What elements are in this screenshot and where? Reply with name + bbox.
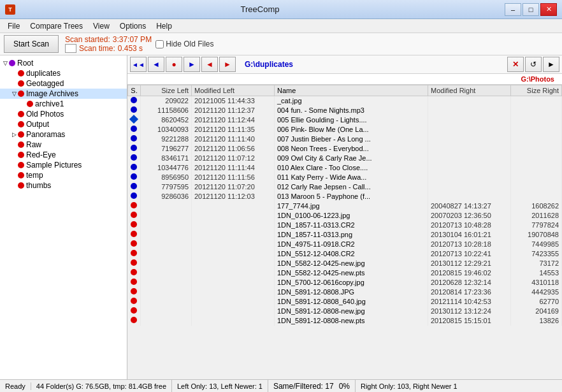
left-path-spacer <box>130 75 342 83</box>
menu-options[interactable]: Options <box>115 20 151 32</box>
tree-item-duplicates[interactable]: duplicates <box>0 68 127 78</box>
table-row[interactable]: 1DN_5582-12-0425-new.pts20120815 19:46:0… <box>128 268 562 278</box>
status-same: Same/Filtered: 17 0% <box>268 380 356 392</box>
tree-label-panoramas: Panoramas <box>26 130 65 139</box>
dot-blue-icon <box>131 192 137 199</box>
table-row[interactable]: 1DN_5891-12-0808.JPG20120814 17:23:36444… <box>128 287 562 297</box>
dot-root <box>9 60 15 66</box>
table-row[interactable]: 1DN_4975-11-0918.CR220120713 10:28:18744… <box>128 240 562 249</box>
tree-item-archive1[interactable]: archive1 <box>0 99 127 109</box>
nav-next-button[interactable]: ► <box>184 57 200 72</box>
tree-item-geotagged[interactable]: Geotagged <box>0 78 127 89</box>
cell-mod-right: 20120713 10:28:18 <box>428 240 511 249</box>
table-row[interactable]: 1034477620121120 11:11:44010 Alex Clare … <box>128 163 562 173</box>
table-row[interactable]: 895695020121120 11:11:56011 Katy Perry -… <box>128 173 562 182</box>
table-row[interactable]: 1DN_1857-11-0313.CR220120713 10:48:28779… <box>128 221 562 230</box>
table-row[interactable]: 1DN_5700-12-0616copy.jpg20120628 12:32:1… <box>128 278 562 287</box>
cell-size-right: 19070848 <box>511 230 562 240</box>
path-display: G:\duplicates <box>241 60 506 69</box>
action-play-button[interactable]: ► <box>543 57 559 72</box>
cell-s <box>128 278 141 287</box>
expand-icon-geotagged <box>10 80 18 87</box>
menu-compare-trees[interactable]: Compare Trees <box>25 20 88 32</box>
table-row[interactable]: 922128820121120 11:11:40007 Justin Biebe… <box>128 134 562 144</box>
table-row[interactable]: 862045220121120 11:12:44005 Ellie Gouldi… <box>128 115 562 125</box>
hide-old-files-row: Hide Old Files <box>155 35 213 53</box>
tree-item-image-archives[interactable]: ▽ Image Archives <box>0 89 127 99</box>
dot-red-icon <box>131 288 137 294</box>
action-refresh-button[interactable]: ↺ <box>525 57 542 72</box>
cell-s <box>128 316 141 326</box>
cell-name: 005 Ellie Goulding - Lights.... <box>275 115 428 125</box>
menu-view[interactable]: View <box>88 20 115 32</box>
table-row[interactable]: 1DN_0100-06-1223.jpg20070203 12:36:50201… <box>128 211 562 221</box>
table-row[interactable]: 928603620121120 11:12:03013 Maroon 5 - P… <box>128 192 562 201</box>
nav-last-button[interactable]: ◄ <box>201 57 218 72</box>
close-button[interactable]: ✕ <box>540 3 557 16</box>
right-toolbar: ◄◄ ◄ ● ► ◄ ► G:\duplicates ✕ ↺ ► <box>127 55 562 74</box>
cell-mod-right: 20120628 12:32:14 <box>428 278 511 287</box>
menu-file[interactable]: File <box>3 20 25 32</box>
tree-item-thumbs[interactable]: thumbs <box>0 180 127 191</box>
table-row[interactable]: 834617120121120 11:07:12009 Owl City & C… <box>128 154 562 163</box>
table-row[interactable]: 1DN_5891-12-0808-new.pts20120815 15:15:0… <box>128 316 562 326</box>
tree-item-sample-pictures[interactable]: Sample Pictures <box>0 160 127 170</box>
nav-end-button[interactable]: ► <box>219 57 236 72</box>
tree-item-raw[interactable]: Raw <box>0 140 127 150</box>
tree-item-old-photos[interactable]: Old Photos <box>0 109 127 119</box>
cell-size-right <box>511 182 562 192</box>
table-row[interactable]: 1034009320121120 11:11:35006 Pink- Blow … <box>128 125 562 134</box>
table-row[interactable]: 177_7744.jpg20040827 14:13:271608262 <box>128 201 562 211</box>
cell-size-left: 11158606 <box>141 106 192 115</box>
cell-mod-left: 20121120 11:11:44 <box>192 163 275 173</box>
start-scan-button[interactable]: Start Scan <box>4 35 59 53</box>
tree-item-temp[interactable]: temp <box>0 170 127 180</box>
cell-size-right <box>511 115 562 125</box>
table-row[interactable]: 20902220121005 11:44:33_cat.jpg <box>128 96 562 106</box>
nav-prev-button[interactable]: ◄ <box>148 57 164 72</box>
cell-size-right <box>511 134 562 144</box>
maximize-button[interactable]: □ <box>522 3 539 16</box>
hide-old-files-checkbox[interactable] <box>155 40 164 48</box>
cell-mod-right <box>428 163 511 173</box>
menu-help[interactable]: Help <box>151 20 177 32</box>
table-row[interactable]: 1DN_5582-12-0425-new.jpg20130112 12:29:2… <box>128 259 562 268</box>
table-row[interactable]: 1DN_5891-12-0808-new.jpg20130112 13:12:2… <box>128 307 562 316</box>
cell-name: 004 fun. - Some Nights.mp3 <box>275 106 428 115</box>
cell-s <box>128 297 141 307</box>
table-row[interactable]: 779759520121120 11:07:20012 Carly Rae Je… <box>128 182 562 192</box>
file-table: S. Size Left Modified Left Name Modified… <box>127 85 562 326</box>
expand-icon-root: ▽ <box>1 59 9 67</box>
cell-mod-right <box>428 125 511 134</box>
nav-dot-button[interactable]: ● <box>166 57 182 72</box>
table-row[interactable]: 1115860620121120 11:12:37004 fun. - Some… <box>128 106 562 115</box>
tree-item-root[interactable]: ▽ Root <box>0 58 127 68</box>
table-row[interactable]: 1DN_5891-12-0808_640.jpg20121114 10:42:5… <box>128 297 562 307</box>
minimize-button[interactable]: – <box>505 3 521 16</box>
table-row[interactable]: 1DN_1857-11-0313.png20130104 16:01:21190… <box>128 230 562 240</box>
col-size-left: Size Left <box>141 85 192 96</box>
cell-mod-left <box>192 307 275 316</box>
status-left-info: 44 Folder(s) G: 76.5GB, tmp: 81.4GB free <box>31 380 172 392</box>
cell-size-right <box>511 144 562 154</box>
action-x-button[interactable]: ✕ <box>507 57 524 72</box>
tree-item-panoramas[interactable]: ▷ Panoramas <box>0 129 127 140</box>
tree-item-output[interactable]: Output <box>0 119 127 129</box>
tree-item-red-eye[interactable]: Red-Eye <box>0 150 127 160</box>
dot-blue-icon <box>131 97 137 103</box>
cell-mod-right: 20130112 12:29:21 <box>428 259 511 268</box>
dot-red-icon <box>131 317 137 323</box>
cell-size-right <box>511 163 562 173</box>
nav-first-button[interactable]: ◄◄ <box>130 57 147 72</box>
cell-mod-left <box>192 249 275 259</box>
cell-size-left: 10340093 <box>141 125 192 134</box>
cell-size-right: 7449985 <box>511 240 562 249</box>
cell-size-right: 4310118 <box>511 278 562 287</box>
cell-s <box>128 268 141 278</box>
cell-size-left <box>141 297 192 307</box>
hide-old-files-label: Hide Old Files <box>166 40 213 48</box>
table-row[interactable]: 1DN_5512-12-0408.CR220120713 10:22:41742… <box>128 249 562 259</box>
menubar: File Compare Trees View Options Help <box>0 19 562 33</box>
cell-size-right: 73172 <box>511 259 562 268</box>
table-row[interactable]: 719627720121120 11:06:56008 Neon Trees -… <box>128 144 562 154</box>
